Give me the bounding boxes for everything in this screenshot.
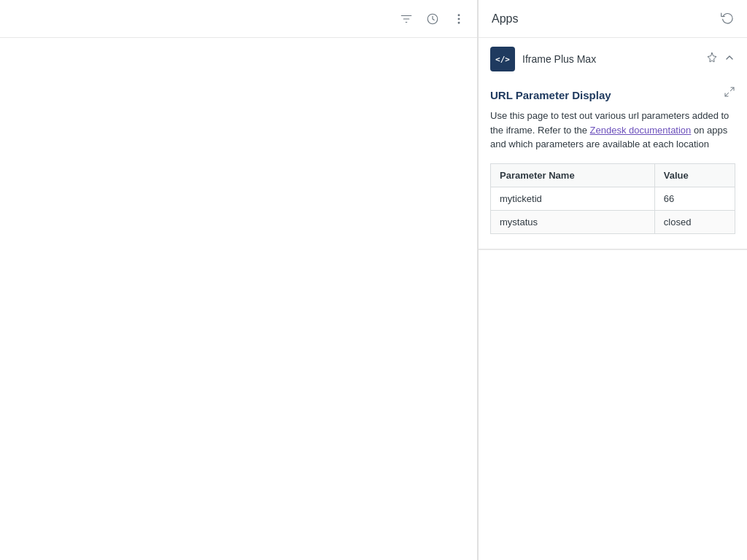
zendesk-doc-link[interactable]: Zendesk documentation [590, 125, 692, 136]
table-header-value: Value [654, 163, 735, 187]
table-header-param-name: Parameter Name [491, 163, 655, 187]
pin-icon[interactable] [706, 52, 718, 66]
url-param-description: Use this page to test out various url pa… [490, 109, 735, 152]
table-row: mystatusclosed [491, 210, 735, 233]
app-item-header: </> Iframe Plus Max [479, 38, 747, 80]
app-icon: </> [490, 47, 515, 71]
history-icon[interactable] [426, 12, 439, 26]
app-item-actions [706, 52, 735, 66]
apps-title: Apps [492, 12, 518, 26]
url-param-title: URL Parameter Display [490, 89, 735, 101]
refresh-icon[interactable] [721, 11, 734, 27]
more-options-icon[interactable] [452, 12, 465, 26]
left-panel-toolbar [0, 0, 477, 38]
svg-point-1 [458, 14, 460, 15]
apps-sidebar: Apps </> Iframe Plus Max [478, 0, 747, 560]
filter-icon[interactable] [400, 12, 413, 26]
collapse-icon[interactable] [724, 52, 735, 66]
left-panel [0, 0, 478, 560]
right-panel-bottom [479, 249, 747, 561]
svg-point-3 [458, 22, 460, 23]
param-table: Parameter Name Value myticketid66mystatu… [490, 163, 735, 234]
svg-point-2 [458, 18, 460, 20]
table-cell-param-name: myticketid [491, 187, 655, 210]
svg-line-5 [725, 93, 729, 96]
table-row: myticketid66 [491, 187, 735, 210]
apps-header: Apps [479, 0, 747, 38]
app-name: Iframe Plus Max [522, 53, 699, 65]
svg-line-4 [730, 88, 734, 91]
table-cell-param-name: mystatus [491, 210, 655, 233]
app-content: URL Parameter Display Use this page to t… [479, 80, 747, 249]
table-cell-value: 66 [654, 187, 735, 210]
app-item-iframe-plus-max: </> Iframe Plus Max [479, 38, 747, 249]
expand-icon[interactable] [724, 86, 735, 100]
table-cell-value: closed [654, 210, 735, 233]
